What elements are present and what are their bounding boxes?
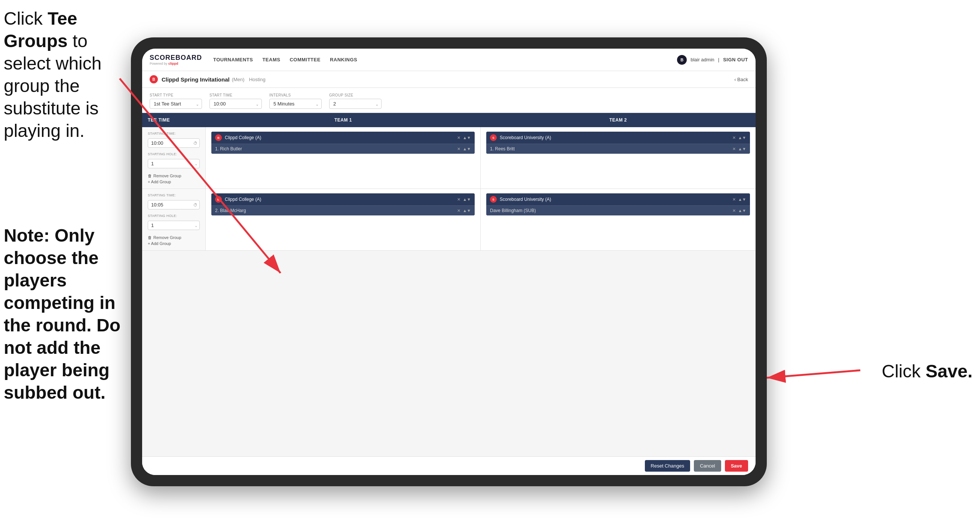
group-size-select-wrapper: 2: [329, 99, 382, 109]
hole-label-1: STARTING HOLE:: [148, 214, 200, 218]
nav-tournaments[interactable]: TOURNAMENTS: [213, 55, 253, 64]
nav-teams[interactable]: TEAMS: [262, 55, 280, 64]
reset-changes-button[interactable]: Reset Changes: [645, 460, 690, 472]
start-time-label: Start Time: [210, 93, 262, 97]
team2-name-1: Scoreboard University (A): [500, 197, 732, 202]
team2-card-header-0: S Scoreboard University (A) ✕ ▲▼: [486, 132, 750, 143]
logo-powered: Powered by clippd: [150, 62, 202, 65]
back-button[interactable]: ‹ Back: [734, 77, 748, 82]
team2-sort-0[interactable]: ▲▼: [738, 136, 746, 140]
intervals-group: Intervals 5 Minutes: [269, 93, 322, 109]
player-name2-1-0: Dave Billingham (SUB): [490, 208, 732, 213]
nav-rankings[interactable]: RANKINGS: [330, 55, 357, 64]
player-remove2-0-0[interactable]: ✕: [732, 146, 736, 151]
trash-icon-1: 🗑: [148, 235, 152, 240]
hosting-label: Hosting: [249, 77, 266, 82]
team2-card-header-1: S Scoreboard University (A) ✕ ▲▼: [486, 193, 750, 205]
starting-time-label-0: STARTING TIME:: [148, 132, 200, 135]
cancel-button[interactable]: Cancel: [694, 460, 721, 472]
nav-right: B blair admin | Sign out: [677, 55, 748, 65]
team2-card-0: S Scoreboard University (A) ✕ ▲▼ 1. Rees…: [486, 132, 750, 154]
footer-bar: Reset Changes Cancel Save: [142, 456, 756, 475]
team1-header: Team 1: [206, 113, 480, 127]
remove-group-link-0[interactable]: 🗑 Remove Group: [148, 174, 200, 178]
player-remove-0-0[interactable]: ✕: [457, 146, 460, 151]
nav-links: TOURNAMENTS TEAMS COMMITTEE RANKINGS: [213, 55, 677, 64]
intervals-select[interactable]: 5 Minutes: [269, 99, 322, 109]
player-sort2-1-0[interactable]: ▲▼: [738, 209, 746, 212]
team1-actions-1: ✕ ▲▼: [457, 197, 471, 202]
group-actions-1: 🗑 Remove Group + Add Group: [148, 235, 200, 246]
team2-name-0: Scoreboard University (A): [500, 135, 732, 140]
user-name: blair admin: [690, 57, 714, 62]
trash-icon-0: 🗑: [148, 174, 152, 178]
logo-text: SCOREBOARD: [150, 54, 202, 62]
add-group-link-0[interactable]: + Add Group: [148, 180, 200, 184]
team1-sort-1[interactable]: ▲▼: [463, 198, 471, 201]
team1-remove-0[interactable]: ✕: [457, 135, 460, 140]
team1-name-0: Clippd College (A): [225, 135, 457, 140]
add-group-link-1[interactable]: + Add Group: [148, 241, 200, 246]
intervals-label: Intervals: [269, 93, 322, 97]
starting-time-input-1[interactable]: [148, 200, 200, 209]
start-type-label: Start Type: [150, 93, 202, 97]
team2-sort-1[interactable]: ▲▼: [738, 198, 746, 201]
nav-committee[interactable]: COMMITTEE: [290, 55, 321, 64]
player-actions2-0-0: ✕ ▲▼: [732, 146, 746, 151]
time-input-wrapper-0: ⏱: [148, 139, 200, 148]
team2-header: Team 2: [480, 113, 756, 127]
tournament-title: Clippd Spring Invitational: [162, 76, 230, 83]
hole-select-1[interactable]: 1: [148, 221, 200, 230]
table-header: Tee Time Team 1 Team 2: [142, 113, 756, 127]
player-row2-0-0: 1. Rees Britt ✕ ▲▼: [486, 143, 750, 154]
player-actions-1-0: ✕ ▲▼: [457, 209, 471, 213]
team2-actions-0: ✕ ▲▼: [732, 135, 746, 140]
team1-cell-0: B Clippd College (A) ✕ ▲▼ 1. Rich Butler: [206, 127, 480, 188]
player-row-1-0: 2. Blair McHarg ✕ ▲▼: [212, 205, 475, 215]
player-actions-0-0: ✕ ▲▼: [457, 146, 471, 151]
table-row: STARTING TIME: ⏱ STARTING HOLE: 1: [142, 127, 756, 189]
team1-name-1: Clippd College (A): [225, 197, 457, 202]
starting-time-label-1: STARTING TIME:: [148, 193, 200, 197]
start-type-select-wrapper: 1st Tee Start: [150, 99, 202, 109]
hole-select-wrapper-1: 1: [148, 221, 200, 230]
team1-cell-1: B Clippd College (A) ✕ ▲▼ 2. Blair McHar…: [206, 189, 480, 250]
team1-sort-0[interactable]: ▲▼: [463, 136, 471, 140]
sub-header: B Clippd Spring Invitational (Men) Hosti…: [142, 71, 756, 88]
save-button[interactable]: Save: [725, 460, 748, 472]
time-input-wrapper-1: ⏱: [148, 200, 200, 209]
starting-time-input-0[interactable]: [148, 139, 200, 148]
group-actions-0: 🗑 Remove Group + Add Group: [148, 174, 200, 184]
player-remove-1-0[interactable]: ✕: [457, 209, 460, 213]
player-sort-1-0[interactable]: ▲▼: [463, 209, 471, 212]
start-type-select[interactable]: 1st Tee Start: [150, 99, 202, 109]
team2-cell-1: S Scoreboard University (A) ✕ ▲▼ Dave Bi…: [480, 189, 756, 250]
tournament-gender: (Men): [232, 77, 245, 82]
player-row2-1-0: Dave Billingham (SUB) ✕ ▲▼: [486, 205, 750, 215]
start-time-select[interactable]: 10:00: [210, 99, 262, 109]
team2-remove-1[interactable]: ✕: [732, 197, 736, 202]
player-remove2-1-0[interactable]: ✕: [732, 209, 736, 213]
annotation-middle-left: Note: Only choose the players competing …: [4, 224, 131, 404]
team2-cell-0: S Scoreboard University (A) ✕ ▲▼ 1. Rees…: [480, 127, 756, 188]
tee-time-header: Tee Time: [142, 113, 206, 127]
team2-badge-1: S: [490, 196, 497, 203]
table-row: STARTING TIME: ⏱ STARTING HOLE: 1: [142, 189, 756, 251]
start-time-select-wrapper: 10:00: [210, 99, 262, 109]
tournament-badge: B: [150, 75, 158, 83]
player-sort-0-0[interactable]: ▲▼: [463, 147, 471, 151]
sign-out-link[interactable]: Sign out: [723, 55, 748, 64]
team2-remove-0[interactable]: ✕: [732, 135, 736, 140]
group-size-select[interactable]: 2: [329, 99, 382, 109]
remove-group-link-1[interactable]: 🗑 Remove Group: [148, 235, 200, 240]
player-sort2-0-0[interactable]: ▲▼: [738, 147, 746, 151]
player-name-1-0: 2. Blair McHarg: [215, 208, 457, 213]
hole-select-0[interactable]: 1: [148, 159, 200, 168]
team1-card-header-1: B Clippd College (A) ✕ ▲▼: [212, 193, 475, 205]
team1-remove-1[interactable]: ✕: [457, 197, 460, 202]
team1-card-1: B Clippd College (A) ✕ ▲▼ 2. Blair McHar…: [212, 193, 475, 215]
navbar: SCOREBOARD Powered by clippd TOURNAMENTS…: [142, 49, 756, 71]
team2-badge-0: S: [490, 134, 497, 141]
group-left-1: STARTING TIME: ⏱ STARTING HOLE: 1: [142, 189, 206, 250]
main-content: Tee Time Team 1 Team 2 STARTING TIME: ⏱ …: [142, 113, 756, 475]
